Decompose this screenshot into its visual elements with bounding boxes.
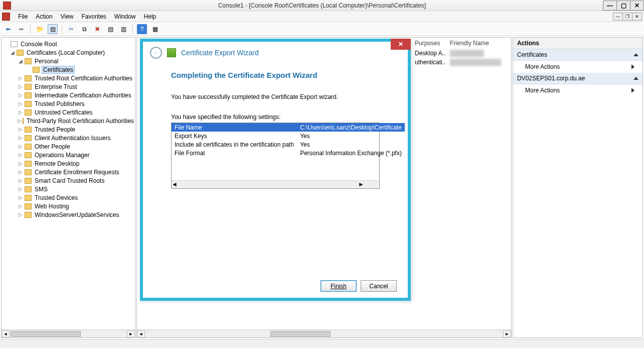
folder-icon [25,186,32,192]
tree-node-personal[interactable]: ◢ Personal [2,57,135,65]
scroll-right-icon[interactable]: ► [503,330,511,337]
tree-node[interactable]: ▷Enterprise Trust [2,82,135,91]
list-cell[interactable]: ████████████ [446,58,505,67]
view-icon[interactable]: ▦ [150,24,160,34]
menu-favorites[interactable]: Favorites [78,12,110,22]
tree-node[interactable]: ▷Intermediate Certification Authorities [2,91,135,99]
settings-row-file-format[interactable]: File FormatPersonal Information Exchange… [172,149,405,157]
list-cell[interactable]: uthenticati... [411,58,446,67]
forward-icon[interactable]: ➡ [16,24,26,34]
tree-node[interactable]: ▷Third-Party Root Certification Authorit… [2,117,135,125]
tree-node[interactable]: ▷SMS [2,185,135,193]
tree-node-personal-certificates[interactable]: Certificates [2,65,135,74]
column-friendly-name[interactable]: Friendly Name [446,38,493,49]
menu-action[interactable]: Action [32,12,56,22]
tree-node[interactable]: ▷Trusted People [2,125,135,134]
folder-icon [25,84,32,90]
console-icon [11,41,18,47]
back-icon[interactable]: ⬅ [3,24,13,34]
title-bar: Console1 - [Console Root\Certificates (L… [0,0,644,11]
folder-icon [25,58,32,64]
tree-node[interactable]: ▷Other People [2,142,135,151]
properties-icon[interactable]: ▤ [105,24,115,34]
details-horizontal-scrollbar[interactable]: ◄ ► [137,329,511,337]
tree-node-console-root[interactable]: Console Root [2,40,135,48]
export-icon[interactable]: ▥ [118,24,128,34]
list-cell[interactable]: Desktop A... [411,49,446,58]
tree-node[interactable]: ▷Untrusted Certificates [2,108,135,117]
tree-node[interactable]: ▷Certificate Enrollment Requests [2,168,135,176]
collapse-icon [633,77,638,80]
folder-icon [25,152,32,158]
menu-file[interactable]: File [14,12,32,22]
menu-view[interactable]: View [57,12,78,22]
actions-panel: Actions Certificates More Actions DV02SE… [513,37,643,338]
help-icon[interactable]: ? [137,24,147,34]
scroll-left-icon[interactable]: ◄ [2,330,10,337]
tree-node[interactable]: ▷Trusted Devices [2,193,135,202]
mdi-restore-button[interactable]: ❐ [622,13,632,21]
finish-button[interactable]: Finish [320,280,357,292]
window-title: Console1 - [Console Root\Certificates (L… [0,2,644,9]
folder-icon [25,92,32,98]
cut-icon[interactable]: ✂ [66,24,76,34]
scroll-left-icon[interactable]: ◄ [137,330,145,337]
certificate-export-wizard-dialog: ✕ ← Certificate Export Wizard Completing… [140,39,411,301]
copy-icon[interactable]: ⧉ [79,24,89,34]
actions-group-certificates[interactable]: Certificates [513,49,642,61]
wizard-close-button[interactable]: ✕ [391,39,411,50]
tree-node[interactable]: ▷Operations Manager [2,151,135,159]
wizard-heading: Completing the Certificate Export Wizard [171,71,380,79]
delete-icon[interactable]: ✖ [92,24,102,34]
wizard-title: Certificate Export Wizard [181,49,259,57]
mdi-close-button[interactable]: ✕ [632,13,642,21]
tree-node[interactable]: ▷Client Authentication Issuers [2,134,135,142]
actions-group-selected-cert[interactable]: DV02SEPS01.corp.du.ae [513,73,642,84]
collapse-icon [633,53,638,56]
settings-row-export-keys[interactable]: Export KeysYes [172,132,405,140]
submenu-icon [631,88,634,93]
scroll-left-icon[interactable]: ◄ [172,181,178,188]
up-folder-icon[interactable]: 📁 [35,24,45,34]
scroll-right-icon[interactable]: ► [358,181,364,188]
settings-row-include-chain[interactable]: Include all certificates in the certific… [172,140,405,149]
menu-window[interactable]: Window [110,12,140,22]
folder-icon [25,75,32,81]
folder-icon [25,109,32,115]
actions-more-certificates[interactable]: More Actions [513,61,642,73]
list-cell[interactable]: ████████ [446,49,488,58]
folder-icon [25,127,32,133]
submenu-icon [631,64,634,69]
status-bar [0,339,644,348]
wizard-specified-label: You have specified the following setting… [171,113,380,121]
folder-icon [25,135,32,141]
wizard-success-text: You have successfully completed the Cert… [171,93,380,100]
menu-help[interactable]: Help [140,12,160,22]
folder-icon [25,161,32,167]
tree-node[interactable]: ▷Web Hosting [2,202,135,210]
actions-title: Actions [513,38,642,49]
tree-node[interactable]: ▷WindowsServerUpdateServices [2,210,135,219]
tree-node[interactable]: ▷Trusted Publishers [2,99,135,108]
tree-node[interactable]: ▷Remote Desktop [2,159,135,168]
tree-node[interactable]: ▷Smart Card Trusted Roots [2,176,135,185]
tree-node[interactable]: ▷Trusted Root Certification Authorities [2,74,135,82]
wizard-back-button[interactable]: ← [150,47,162,59]
settings-row-filename[interactable]: File NameC:\Users\eric.sanz\Desktop\Cert… [172,123,405,132]
folder-icon [25,101,32,107]
column-purposes[interactable]: Purposes [411,38,446,49]
folder-icon [25,178,32,184]
details-panel: Purposes Friendly Name Desktop A... ████… [136,37,512,338]
cancel-button[interactable]: Cancel [361,280,397,292]
actions-more-selected[interactable]: More Actions [513,84,642,96]
tree-node-certificates-local[interactable]: ◢ Certificates (Local Computer) [2,48,135,57]
mdi-minimize-button[interactable]: — [613,13,623,21]
folder-icon [25,195,32,201]
settings-horizontal-scrollbar[interactable]: ◄ ► [172,180,379,188]
show-hide-tree-icon[interactable]: ▤ [48,24,58,34]
certificate-wizard-icon [167,48,176,57]
tree-horizontal-scrollbar[interactable]: ◄ ► [2,329,135,337]
toolbar: ⬅ ➡ 📁 ▤ ✂ ⧉ ✖ ▤ ▥ ? ▦ [0,22,644,36]
scroll-right-icon[interactable]: ► [127,330,135,337]
folder-icon [25,144,32,150]
